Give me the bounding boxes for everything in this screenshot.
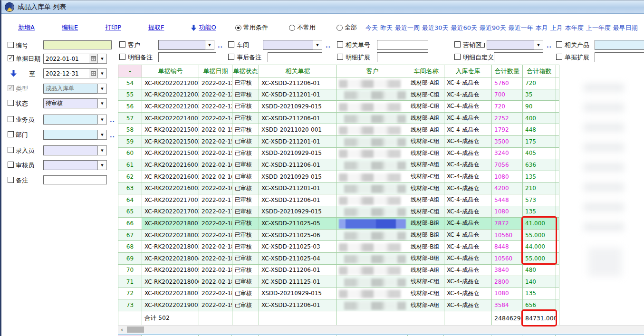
sales-area-dropdown[interactable]: ▼ [487, 40, 543, 50]
detail-remark-input[interactable] [158, 52, 216, 62]
checkbox-doc-no[interactable] [8, 42, 14, 48]
horizontal-scrollbar[interactable]: ‹ [118, 325, 644, 333]
column-header-4[interactable]: 相关单据 [259, 65, 337, 77]
table-row[interactable]: 73XC-RK202202190012022-02-19已审核XC-XSDD-2… [118, 299, 559, 311]
checkbox-detail-custom[interactable] [454, 54, 461, 60]
workshop-more-button[interactable]: .. [326, 42, 331, 49]
table-row[interactable]: 61XC-RK202202160012022-02-16已审核XC-XSDD-2… [118, 159, 559, 171]
type-dropdown-button[interactable]: ▼ [97, 84, 107, 94]
date-link-0[interactable]: 今天 [365, 24, 378, 32]
table-row[interactable]: 63XC-RK202202160032022-02-16已审核XC-XSDD-2… [118, 182, 559, 194]
type-dropdown[interactable]: 成品入库单 ▼ [43, 84, 107, 94]
auditor-dropdown-button[interactable]: ▼ [97, 160, 107, 170]
checkbox-post-remark[interactable] [228, 54, 234, 60]
column-header-8[interactable]: 合计数量 [492, 65, 523, 77]
checkbox-sales-area[interactable] [454, 41, 461, 48]
calendar-icon[interactable] [89, 68, 97, 78]
salesman-dropdown[interactable]: ▼ [43, 115, 107, 125]
workshop-dropdown-button[interactable]: ▼ [313, 40, 322, 50]
related-product-input[interactable] [595, 40, 644, 50]
checkbox-remark[interactable] [8, 177, 14, 183]
scrollbar-thumb[interactable] [127, 326, 144, 333]
table-row[interactable]: 71XC-RK202202180062022-02-18已审核XC-XSDD-2… [118, 276, 559, 288]
date-link-1[interactable]: 昨天 [380, 24, 393, 32]
department-more-button[interactable]: .. [110, 132, 115, 139]
column-header-0[interactable]: - [118, 65, 142, 77]
auditor-dropdown[interactable]: ▼ [43, 160, 107, 170]
checkbox-department[interactable] [8, 131, 14, 137]
date-link-7[interactable]: 本月 [536, 24, 548, 32]
checkbox-related-product[interactable] [556, 41, 562, 48]
table-row[interactable]: 72XC-RK202202180072022-02-18已审核XSDD-2021… [118, 288, 559, 299]
sales-area-sub-checkbox[interactable] [480, 43, 485, 48]
date-link-9[interactable]: 本年度 [565, 24, 584, 32]
table-row[interactable]: 57XC-RK202202140012022-02-14已审核XC-XSDD-2… [118, 112, 559, 124]
date-link-10[interactable]: 上一年度 [586, 24, 611, 32]
column-header-3[interactable]: 单据状态 [232, 65, 259, 77]
date-from-dropdown-button[interactable]: ▼ [97, 54, 107, 64]
column-header-6[interactable]: 车间名称 [408, 65, 444, 77]
checkbox-entry-clerk[interactable] [8, 147, 14, 153]
menu-item-0[interactable]: 新增A [18, 23, 35, 32]
table-row[interactable]: 55XC-RK202202120022022-02-12已审核XC-XSDD-2… [118, 89, 559, 101]
status-dropdown-button[interactable]: ▼ [97, 98, 107, 108]
table-row[interactable]: 56XC-RK202202120032022-02-12已审核XSDD-2021… [118, 101, 559, 113]
table-row[interactable]: 65XC-RK202202170022022-02-17已审核XSDD-2021… [118, 206, 559, 218]
customer-dropdown-button[interactable]: ▼ [205, 40, 214, 50]
date-from-value[interactable]: 2022-01-01 [43, 54, 89, 64]
salesman-more-button[interactable]: .. [110, 117, 115, 124]
department-dropdown[interactable]: ▼ [43, 130, 107, 140]
date-link-6[interactable]: 最近一年 [509, 24, 533, 32]
sales-area-more-button[interactable]: .. [547, 42, 552, 49]
checkbox-detail-remark[interactable] [119, 54, 125, 60]
table-row[interactable]: 68XC-RK202202180032022-02-18已审核XC-XSDD-2… [118, 241, 559, 253]
workshop-dropdown[interactable]: ▼ [263, 40, 322, 50]
date-to-dropdown-button[interactable]: ▼ [97, 68, 107, 78]
table-row[interactable]: 60XC-RK202202150032022-02-15已审核XSDD-2021… [118, 147, 559, 159]
date-link-5[interactable]: 最近90天 [480, 24, 506, 32]
table-row[interactable]: 66XC-RK202202180012022-02-18已审核XC-XSDD-2… [118, 218, 559, 230]
date-from-field[interactable]: 2022-01-01 ▼ [43, 54, 107, 64]
checkbox-workshop[interactable] [228, 41, 234, 48]
doc-no-input[interactable] [43, 40, 112, 49]
menu-item-2[interactable]: 打印P [105, 23, 121, 32]
post-remark-input[interactable] [268, 52, 322, 62]
checkbox-doc-date[interactable] [8, 55, 14, 61]
entry-clerk-dropdown[interactable]: ▼ [43, 145, 107, 155]
date-link-3[interactable]: 最近30天 [422, 24, 449, 32]
table-row[interactable]: 58XC-RK202202150012022-02-15已审核XSDD-2021… [118, 124, 559, 136]
column-header-9[interactable]: 合计箱数 [523, 65, 556, 77]
table-row[interactable]: 69XC-RK202202180042022-02-18已审核XC-XSDD-2… [118, 252, 559, 264]
customer-more-button[interactable]: .. [218, 42, 223, 49]
doc-extend-input[interactable] [595, 52, 644, 62]
status-dropdown[interactable]: 待审核 ▼ [43, 98, 107, 108]
department-dropdown-button[interactable]: ▼ [97, 130, 107, 140]
menu-item-3[interactable]: 提取F [148, 23, 164, 32]
calendar-icon[interactable] [89, 54, 97, 64]
checkbox-status[interactable] [8, 100, 14, 106]
detail-custom-input[interactable] [494, 52, 543, 62]
table-row[interactable]: 70XC-RK202202180052022-02-18已审核XC-XSDD-2… [118, 264, 559, 276]
date-to-field[interactable]: 2022-12-31 ▼ [43, 68, 107, 78]
sales-area-dropdown-button[interactable]: ▼ [534, 40, 543, 50]
checkbox-related-doc-no[interactable] [337, 41, 343, 48]
date-link-4[interactable]: 最近60天 [451, 24, 478, 32]
radio-2[interactable]: 全部 [336, 23, 357, 32]
column-header-5[interactable]: 客户 [337, 65, 408, 77]
table-row[interactable]: 67XC-RK202202180022022-02-18已审核XC-XSDD-2… [118, 229, 559, 241]
radio-0[interactable]: 常用条件 [235, 23, 268, 32]
salesman-dropdown-button[interactable]: ▼ [97, 115, 107, 125]
detail-extend-input[interactable] [377, 52, 428, 62]
checkbox-doc-extend[interactable] [556, 54, 562, 60]
date-link-11[interactable]: 最早日期 [613, 24, 638, 32]
radio-1[interactable]: 不常用 [289, 23, 316, 32]
column-header-2[interactable]: 单据日期 [199, 65, 232, 77]
column-header-7[interactable]: 入库仓库 [444, 65, 492, 77]
related-doc-no-input[interactable] [377, 40, 428, 50]
scroll-left-arrow-icon[interactable]: ‹ [118, 326, 126, 334]
checkbox-salesman[interactable] [8, 116, 14, 122]
table-row[interactable]: 62XC-RK202202160022022-02-16已审核XSDD-2021… [118, 171, 559, 182]
column-header-1[interactable]: 单据编号 [142, 65, 199, 77]
date-to-value[interactable]: 2022-12-31 [43, 68, 89, 78]
menu-item-4[interactable]: 功能O [191, 23, 216, 32]
